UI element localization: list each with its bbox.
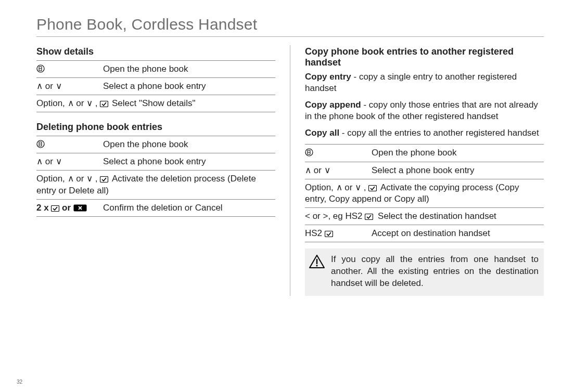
heading-copy: Copy phone book entries to another regis… xyxy=(305,46,544,68)
table-row: ∧ or ∨ Select a phone book entry xyxy=(36,78,275,95)
cell: Open the phone book xyxy=(103,61,275,78)
cell: Select "Show details" xyxy=(112,98,195,108)
check-icon xyxy=(325,231,333,237)
table-row: Option, ∧ or ∨ , Activate the deletion p… xyxy=(36,171,275,199)
table-row: ∧ or ∨ Select a phone book entry xyxy=(36,153,275,171)
table-copy: Open the phone book ∧ or ∨ Select a phon… xyxy=(305,144,544,242)
phonebook-icon xyxy=(36,140,45,148)
heading-deleting: Deleting phone book entries xyxy=(36,122,275,133)
table-row: Option, ∧ or ∨ , Activate the copying pr… xyxy=(305,179,544,207)
svg-rect-8 xyxy=(52,205,59,211)
copy-definitions: Copy entry - copy a single entry to anot… xyxy=(305,71,544,139)
check-icon xyxy=(100,176,108,182)
table-row: < or >, eg HS2 Select the destination ha… xyxy=(305,207,544,225)
page-number: 32 xyxy=(17,379,22,385)
cell: Accept on destination handset xyxy=(372,225,544,242)
cell-key: Option, ∧ or ∨ , xyxy=(305,182,366,192)
svg-rect-3 xyxy=(100,101,108,107)
cell-key: ∧ or ∨ xyxy=(305,162,372,179)
cell-key: Option, ∧ or ∨ , xyxy=(36,98,98,108)
cell-key-prefix: 2 x xyxy=(36,203,49,213)
table-show-details: Open the phone book ∧ or ∨ Select a phon… xyxy=(36,60,275,112)
cell: Select a phone book entry xyxy=(103,153,275,171)
table-row: Open the phone book xyxy=(36,136,275,153)
cell-key: ∧ or ∨ xyxy=(36,153,103,171)
def-term: Copy entry xyxy=(305,72,351,82)
table-row: Open the phone book xyxy=(36,61,275,78)
cell: Open the phone book xyxy=(372,145,544,162)
cell: Select a phone book entry xyxy=(103,78,275,95)
warning-icon xyxy=(309,255,325,268)
cell-key: ∧ or ∨ xyxy=(36,78,103,95)
check-icon xyxy=(365,214,373,220)
table-deleting: Open the phone book ∧ or ∨ Select a phon… xyxy=(36,136,275,216)
page-title: Phone Book, Cordless Handset xyxy=(36,16,544,37)
cell: Open the phone book xyxy=(103,136,275,153)
left-column: Show details Open the phone book ∧ or ∨ … xyxy=(36,44,275,296)
def-term: Copy all xyxy=(305,128,339,138)
svg-rect-15 xyxy=(325,231,333,237)
svg-rect-14 xyxy=(365,214,373,219)
cell-key-or: or xyxy=(62,203,71,213)
table-row: ∧ or ∨ Select a phone book entry xyxy=(305,162,544,179)
check-icon xyxy=(100,101,108,107)
heading-show-details: Show details xyxy=(36,46,275,57)
cancel-key-icon xyxy=(73,204,87,212)
cell-key: < or >, eg HS2 xyxy=(305,211,363,221)
check-icon xyxy=(368,185,377,191)
phonebook-icon xyxy=(36,64,45,73)
table-row: 2 x or Confirm the deletion or Cancel xyxy=(36,199,275,216)
cell: Select the destination handset xyxy=(378,211,496,221)
cell: Confirm the deletion or Cancel xyxy=(103,199,275,216)
cell-key: Option, ∧ or ∨ , xyxy=(36,174,98,184)
svg-rect-7 xyxy=(100,177,108,182)
right-column: Copy phone book entries to another regis… xyxy=(305,44,544,296)
check-icon xyxy=(51,205,59,212)
cell-key: HS2 xyxy=(305,228,322,238)
warning-note: If you copy all the entries from one han… xyxy=(305,249,544,296)
column-divider xyxy=(290,45,290,296)
cell: Select a phone book entry xyxy=(372,162,544,179)
phonebook-icon xyxy=(305,148,313,156)
table-row: Option, ∧ or ∨ , Select "Show details" xyxy=(36,95,275,112)
table-row: HS2 Accept on destination handset xyxy=(305,225,544,242)
svg-rect-13 xyxy=(369,185,377,191)
warning-text: If you copy all the entries from one han… xyxy=(331,254,539,290)
def-term: Copy append xyxy=(305,100,361,110)
table-row: Open the phone book xyxy=(305,145,544,162)
svg-point-17 xyxy=(316,265,317,266)
def-text: - copy all the entries to another regist… xyxy=(339,128,539,138)
